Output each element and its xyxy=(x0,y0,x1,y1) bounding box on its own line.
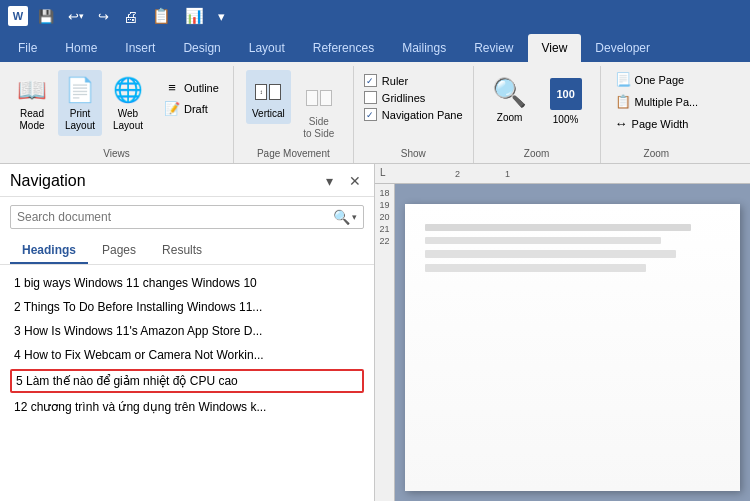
nav-item-1[interactable]: 1 big ways Windows 11 changes Windows 10 xyxy=(0,271,374,295)
nav-item-3[interactable]: 3 How Is Windows 11's Amazon App Store D… xyxy=(0,319,374,343)
document-area: L 2 1 18 19 20 21 22 xyxy=(375,164,750,501)
nav-tab-headings[interactable]: Headings xyxy=(10,237,88,264)
print-button[interactable]: 🖨 xyxy=(119,6,142,27)
page-movement-label: Page Movement xyxy=(257,148,330,159)
tab-file[interactable]: File xyxy=(4,34,51,62)
nav-item-4[interactable]: 4 How to Fix Webcam or Camera Not Workin… xyxy=(0,343,374,367)
read-mode-button[interactable]: 📖 ReadMode xyxy=(10,70,54,136)
document-lines xyxy=(425,224,720,278)
doc-line-2 xyxy=(425,237,661,244)
tab-developer[interactable]: Developer xyxy=(581,34,664,62)
one-page-icon: 📃 xyxy=(615,72,631,87)
side-to-side-label: Sideto Side xyxy=(303,116,334,140)
show-checkboxes: ✓ Ruler Gridlines ✓ Navigation Pane xyxy=(364,70,463,144)
zoom-pct-label: 100% xyxy=(553,114,579,125)
app-window: W 💾 ↩▾ ↪ 🖨 📋 📊 ▾ File Home Insert Design… xyxy=(0,0,750,501)
extra2-button[interactable]: 📊 xyxy=(181,5,208,27)
tab-mailings[interactable]: Mailings xyxy=(388,34,460,62)
nav-panel-controls: ▾ ✕ xyxy=(320,172,364,190)
vertical-icon: ↕ xyxy=(252,74,284,106)
zoom-group-label: Zoom xyxy=(524,148,550,159)
nav-pin-button[interactable]: ▾ xyxy=(320,172,338,190)
views-group: 📖 ReadMode 📄 PrintLayout 🌐 WebLayout xyxy=(0,66,234,163)
web-layout-button[interactable]: 🌐 WebLayout xyxy=(106,70,150,136)
zoom-100-button[interactable]: 100 100% xyxy=(542,70,590,129)
print-layout-icon: 📄 xyxy=(64,74,96,106)
nav-close-button[interactable]: ✕ xyxy=(346,172,364,190)
doc-line-3 xyxy=(425,250,676,258)
print-layout-label: PrintLayout xyxy=(65,108,95,132)
extra1-button[interactable]: 📋 xyxy=(148,5,175,27)
ruler-mark-2: 2 xyxy=(455,169,460,179)
l-marker: L xyxy=(377,166,389,179)
gridlines-check-icon xyxy=(364,91,377,104)
search-dropdown-icon: ▾ xyxy=(352,212,357,222)
web-layout-label: WebLayout xyxy=(113,108,143,132)
horizontal-ruler: L 2 1 xyxy=(375,164,750,184)
ruler-v-22: 22 xyxy=(379,236,389,246)
gridlines-checkbox[interactable]: Gridlines xyxy=(364,91,463,104)
undo-button[interactable]: ↩▾ xyxy=(64,7,88,26)
doc-line-4 xyxy=(425,264,646,272)
ribbon-tab-bar: File Home Insert Design Layout Reference… xyxy=(0,32,750,62)
zoom-label: Zoom xyxy=(497,112,523,123)
ruler-checkbox[interactable]: ✓ Ruler xyxy=(364,74,463,87)
nav-panel-title: Navigation xyxy=(10,172,86,190)
multiple-pages-button[interactable]: 📋 Multiple Pa... xyxy=(611,92,703,111)
views-group-label: Views xyxy=(103,148,130,159)
main-content-area: Navigation ▾ ✕ 🔍 ▾ Headings Pages Result… xyxy=(0,164,750,501)
nav-item-6[interactable]: 12 chương trình và ứng dụng trên Windows… xyxy=(0,395,374,419)
side-to-side-icon xyxy=(303,82,335,114)
ruler-v-19: 19 xyxy=(379,200,389,210)
tab-view[interactable]: View xyxy=(528,34,582,62)
tab-home[interactable]: Home xyxy=(51,34,111,62)
navigation-pane-checkbox[interactable]: ✓ Navigation Pane xyxy=(364,108,463,121)
ruler-mark-1: 1 xyxy=(505,169,510,179)
one-page-button[interactable]: 📃 One Page xyxy=(611,70,703,89)
search-input[interactable] xyxy=(17,210,333,224)
customize-qat-button[interactable]: ▾ xyxy=(214,7,229,26)
outline-icon: ≡ xyxy=(164,80,180,95)
nav-items-list: 1 big ways Windows 11 changes Windows 10… xyxy=(0,265,374,501)
page-width-button[interactable]: ↔ Page Width xyxy=(611,114,703,133)
nav-tab-pages[interactable]: Pages xyxy=(90,237,148,264)
nav-tab-results[interactable]: Results xyxy=(150,237,214,264)
nav-item-2[interactable]: 2 Things To Do Before Installing Windows… xyxy=(0,295,374,319)
outline-button[interactable]: ≡ Outline xyxy=(160,78,223,97)
navigation-panel: Navigation ▾ ✕ 🔍 ▾ Headings Pages Result… xyxy=(0,164,375,501)
nav-item-5-selected[interactable]: 5 Làm thế nào để giảm nhiệt độ CPU cao xyxy=(10,369,364,393)
show-group: ✓ Ruler Gridlines ✓ Navigation Pane Show xyxy=(354,66,474,163)
document-content xyxy=(405,204,740,491)
window-buttons: 📃 One Page 📋 Multiple Pa... ↔ Page Width xyxy=(611,70,703,144)
nav-panel-header: Navigation ▾ ✕ xyxy=(0,164,374,197)
zoom-glass-icon: 🔍 xyxy=(492,74,528,110)
views-buttons: 📖 ReadMode 📄 PrintLayout 🌐 WebLayout xyxy=(10,70,223,144)
ruler-v-20: 20 xyxy=(379,212,389,222)
search-box[interactable]: 🔍 ▾ xyxy=(10,205,364,229)
redo-button[interactable]: ↪ xyxy=(94,7,113,26)
vertical-label: Vertical xyxy=(252,108,285,120)
tab-layout[interactable]: Layout xyxy=(235,34,299,62)
tab-insert[interactable]: Insert xyxy=(111,34,169,62)
zoom-100-icon: 100 xyxy=(550,78,582,110)
multiple-pages-icon: 📋 xyxy=(615,94,631,109)
window-group: 📃 One Page 📋 Multiple Pa... ↔ Page Width… xyxy=(601,66,713,163)
zoom-button[interactable]: 🔍 Zoom xyxy=(484,70,536,127)
ruler-v-21: 21 xyxy=(379,224,389,234)
vertical-ruler: 18 19 20 21 22 xyxy=(375,184,395,501)
print-layout-button[interactable]: 📄 PrintLayout xyxy=(58,70,102,136)
outline-draft-buttons: ≡ Outline 📝 Draft xyxy=(160,78,223,118)
tab-design[interactable]: Design xyxy=(169,34,234,62)
read-mode-label: ReadMode xyxy=(19,108,44,132)
draft-button[interactable]: 📝 Draft xyxy=(160,99,223,118)
save-button[interactable]: 💾 xyxy=(34,7,58,26)
search-icon-button[interactable]: 🔍 ▾ xyxy=(333,209,357,225)
tab-review[interactable]: Review xyxy=(460,34,527,62)
doc-line-1 xyxy=(425,224,691,231)
ruler-v-18: 18 xyxy=(379,188,389,198)
vertical-button[interactable]: ↕ Vertical xyxy=(246,70,291,124)
zoom-group: 🔍 Zoom 100 100% Zoom xyxy=(474,66,601,163)
tab-references[interactable]: References xyxy=(299,34,388,62)
quick-access-toolbar: W 💾 ↩▾ ↪ 🖨 📋 📊 ▾ xyxy=(0,0,750,32)
side-to-side-button[interactable]: Sideto Side xyxy=(297,70,341,144)
